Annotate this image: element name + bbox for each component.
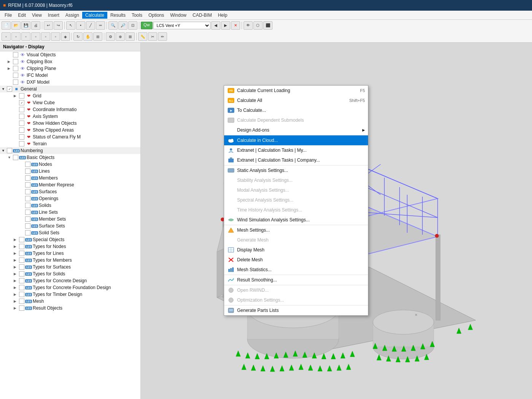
menu-file[interactable]: File — [2, 12, 15, 19]
menu-calc-to[interactable]: ▶ To Calculate... — [224, 105, 368, 115]
nav-item-solid-sets[interactable]: 123 Solid Sets — [0, 229, 140, 236]
chk-surface-sets[interactable] — [25, 223, 30, 229]
menu-calc-current[interactable]: F5 Calculate Current Loading F5 — [224, 86, 368, 95]
tb-open[interactable]: 📂 — [11, 21, 21, 30]
tb-snapping[interactable]: ⊕ — [116, 32, 125, 41]
menu-assign[interactable]: Assign — [62, 12, 82, 19]
chk-clipped[interactable] — [19, 127, 24, 133]
chk-types-concrete[interactable] — [19, 278, 24, 283]
nav-item-mesh[interactable]: ▶ 123 Mesh — [0, 298, 140, 305]
nav-section-general[interactable]: ▼ ■ General — [0, 86, 140, 92]
tb-undo[interactable]: ↩ — [44, 21, 53, 30]
tb-member[interactable]: ═ — [96, 21, 105, 30]
nav-item-nodes[interactable]: 123 Nodes — [0, 161, 140, 168]
menu-cad-bim[interactable]: CAD-BIM — [190, 12, 215, 19]
menu-delete-mesh[interactable]: Delete Mesh — [224, 255, 368, 265]
tb-zoom-window[interactable]: ⊞ — [93, 32, 102, 41]
menu-design-addons[interactable]: Design Add-ons ▶ — [224, 125, 368, 135]
nav-item-status-camera[interactable]: ❤ Status of Camera Fly M — [0, 134, 140, 140]
nav-item-grid[interactable]: ▶ ❤ Grid — [0, 92, 140, 99]
chk-hidden[interactable] — [19, 121, 24, 126]
nav-item-basic-objects[interactable]: ▼ 123 Basic Objects — [0, 154, 140, 161]
nav-item-surface-sets[interactable]: 123 Surface Sets — [0, 223, 140, 229]
chk-coord[interactable] — [19, 107, 24, 112]
chk-numbering[interactable] — [7, 148, 12, 153]
chk-types-timber[interactable] — [19, 292, 24, 297]
chk-surfaces[interactable] — [25, 189, 30, 194]
menu-window[interactable]: Window — [167, 12, 190, 19]
menu-extranet-company[interactable]: Extranet | Calculation Tasks | Company..… — [224, 155, 368, 165]
chk-clip-box[interactable] — [13, 59, 18, 64]
chk-types-concrete-found[interactable] — [19, 285, 24, 290]
tb-solid[interactable]: ⬛ — [263, 21, 272, 30]
tb-redo[interactable]: ↪ — [54, 21, 63, 30]
tb-view-iso[interactable]: ◈ — [61, 32, 70, 41]
chk-types-surfaces[interactable] — [19, 264, 24, 270]
tb-render[interactable]: 👁 — [244, 21, 253, 30]
chk-visual[interactable] — [13, 52, 18, 57]
tb-view-bottom[interactable]: ▫ — [51, 32, 60, 41]
nav-item-terrain[interactable]: ❤ Terrain — [0, 140, 140, 147]
menu-gen-parts[interactable]: Generate Parts Lists — [224, 305, 368, 315]
menu-mesh-stats[interactable]: Mesh Statistics... — [224, 265, 368, 275]
tb-view-top[interactable]: ▫ — [41, 32, 50, 41]
nav-item-types-timber[interactable]: ▶ 123 Types for Timber Design — [0, 291, 140, 298]
nav-item-axis[interactable]: ❤ Axis System — [0, 113, 140, 120]
tb-new[interactable]: 📄 — [2, 21, 11, 30]
chk-axis[interactable] — [19, 114, 24, 119]
viewport[interactable]: × F5 Calculate Current Loading F5 ALL — [141, 43, 532, 399]
nav-item-clipping-box[interactable]: ▶ 👁 Clipping Box — [0, 58, 140, 65]
nav-item-line-sets[interactable]: 123 Line Sets — [0, 209, 140, 216]
chk-result-objects[interactable] — [19, 305, 24, 311]
tb-save[interactable]: 💾 — [21, 21, 30, 30]
nav-item-types-surfaces[interactable]: ▶ 123 Types for Surfaces — [0, 264, 140, 270]
nav-item-result-objects[interactable]: ▶ 123 Result Objects — [0, 305, 140, 312]
chk-types-lines[interactable] — [19, 251, 24, 256]
tb-section[interactable]: ✂ — [148, 32, 157, 41]
menu-display-mesh[interactable]: Display Mesh — [224, 245, 368, 255]
menu-calc-cloud[interactable]: Calculate in Cloud... — [224, 135, 368, 145]
chk-member-sets[interactable] — [25, 216, 30, 222]
nav-item-ifc[interactable]: 👁 IFC Model — [0, 72, 140, 79]
nav-item-openings[interactable]: 123 Openings — [0, 195, 140, 202]
nav-item-types-lines[interactable]: ▶ 123 Types for Lines — [0, 250, 140, 257]
menu-calc-all[interactable]: ALL Calculate All Shift+F5 — [224, 95, 368, 105]
chk-lines[interactable] — [25, 169, 30, 174]
chk-basic[interactable] — [13, 155, 18, 160]
tb-prev-lc[interactable]: ◀ — [211, 21, 220, 30]
menu-result-smoothing[interactable]: Result Smoothing... — [224, 275, 368, 285]
tb-view-left[interactable]: ▫ — [21, 32, 30, 41]
tb-display-settings[interactable]: ⚙ — [106, 32, 115, 41]
nav-item-types-solids[interactable]: ▶ 123 Types for Solids — [0, 270, 140, 277]
tb-node[interactable]: • — [76, 21, 85, 30]
menu-insert[interactable]: Insert — [45, 12, 62, 19]
chk-types-solids[interactable] — [19, 271, 24, 277]
tb-view-right[interactable]: ▫ — [31, 32, 40, 41]
tb-next-lc[interactable]: ▶ — [221, 21, 230, 30]
tb-wire[interactable]: ⬡ — [253, 21, 263, 30]
menu-wind-settings[interactable]: Wind Simulation Analysis Settings... — [224, 215, 368, 225]
chk-openings[interactable] — [25, 196, 30, 201]
nav-item-clipped[interactable]: ❤ Show Clipped Areas — [0, 127, 140, 134]
menu-tools[interactable]: Tools — [129, 12, 145, 19]
nav-item-types-nodes[interactable]: ▶ 123 Types for Nodes — [0, 243, 140, 250]
menu-results[interactable]: Results — [107, 12, 129, 19]
chk-member-rep[interactable] — [25, 182, 30, 188]
nav-item-solids[interactable]: 123 Solids — [0, 202, 140, 209]
chk-dxf[interactable] — [13, 79, 18, 85]
nav-item-visual-objects[interactable]: 👁 Visual Objects — [0, 51, 140, 58]
nav-item-types-concrete[interactable]: ▶ 123 Types for Concrete Design — [0, 277, 140, 284]
menu-options[interactable]: Options — [145, 12, 167, 19]
chk-mesh[interactable] — [19, 299, 24, 304]
tb-zoom-in[interactable]: 🔍 — [108, 21, 118, 30]
tb-pan[interactable]: ✋ — [83, 32, 92, 41]
nav-item-hidden[interactable]: ❤ Show Hidden Objects — [0, 120, 140, 127]
tb-close-lc[interactable]: ✕ — [231, 21, 240, 30]
menu-extranet-my[interactable]: Extranet | Calculation Tasks | My... — [224, 145, 368, 155]
menu-calculate[interactable]: Calculate — [82, 12, 107, 19]
chk-grid[interactable] — [19, 93, 24, 99]
nav-item-types-members[interactable]: ▶ 123 Types for Members — [0, 257, 140, 264]
chk-line-sets[interactable] — [25, 210, 30, 215]
tb-view-front[interactable]: ▫ — [2, 32, 11, 41]
tb-rotate[interactable]: ↻ — [73, 32, 83, 41]
